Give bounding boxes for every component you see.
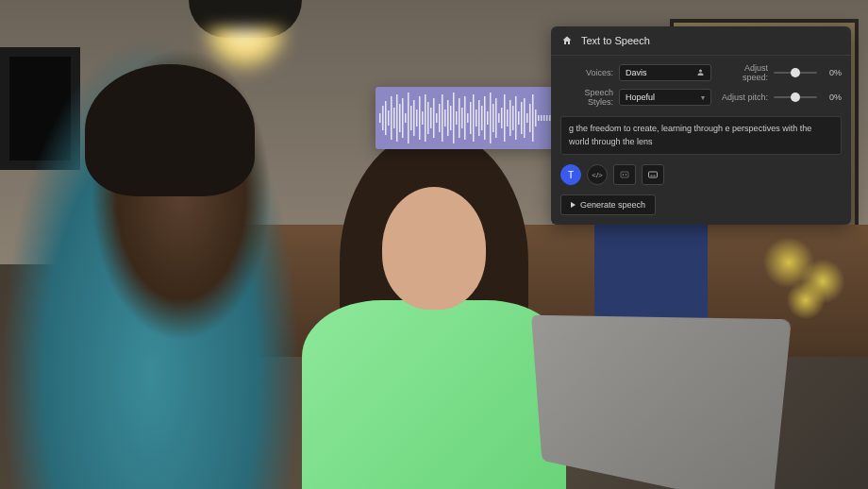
svg-rect-37	[484, 96, 486, 140]
text-mode-button[interactable]: T	[560, 164, 581, 185]
speech-styles-select[interactable]: Hopeful ▾	[619, 89, 711, 106]
text-icon: T	[568, 170, 574, 180]
subtitle-icon	[647, 169, 659, 180]
svg-rect-33	[473, 94, 475, 142]
svg-rect-46	[509, 100, 511, 136]
svg-rect-38	[487, 111, 489, 125]
subtitle-button[interactable]	[642, 164, 664, 185]
svg-rect-54	[532, 94, 534, 142]
svg-rect-53	[529, 104, 531, 132]
svg-rect-29	[461, 108, 463, 128]
svg-rect-36	[481, 106, 483, 130]
svg-rect-5	[393, 108, 395, 128]
adjust-pitch-label: Adjust pitch:	[721, 93, 768, 102]
adjust-speed-slider[interactable]	[774, 72, 817, 74]
chevron-down-icon: ▾	[701, 93, 705, 102]
voiceover-button[interactable]	[613, 164, 636, 185]
slider-thumb[interactable]	[791, 93, 800, 102]
svg-rect-3	[388, 110, 390, 126]
speech-styles-selected: Hopeful	[626, 93, 655, 102]
adjust-pitch-slider[interactable]	[774, 96, 817, 98]
voices-selected: Davis	[626, 68, 647, 77]
svg-rect-49	[518, 111, 520, 125]
svg-point-112	[626, 174, 627, 176]
svg-rect-27	[456, 111, 458, 125]
svg-rect-6	[396, 94, 398, 142]
panel-header: Text to Speech	[551, 26, 851, 56]
svg-rect-20	[436, 113, 438, 123]
svg-rect-11	[410, 106, 412, 130]
adjust-pitch-value: 0%	[823, 93, 842, 102]
svg-rect-35	[478, 100, 480, 136]
svg-rect-58	[543, 115, 545, 121]
voiceover-icon	[619, 169, 630, 180]
svg-point-111	[623, 174, 625, 176]
svg-rect-18	[430, 108, 432, 128]
speech-styles-row: Speech Styles: Hopeful ▾	[560, 88, 711, 107]
svg-rect-4	[391, 96, 392, 140]
adjust-speed-value: 0%	[823, 68, 842, 77]
svg-rect-43	[501, 108, 503, 128]
svg-rect-55	[535, 110, 537, 126]
svg-rect-41	[495, 98, 497, 138]
svg-rect-42	[498, 113, 500, 123]
home-icon[interactable]	[560, 34, 574, 47]
play-icon	[571, 202, 576, 208]
person-icon	[696, 68, 705, 78]
svg-rect-113	[649, 172, 658, 177]
svg-rect-26	[453, 93, 455, 143]
voices-label: Voices:	[560, 68, 613, 77]
svg-rect-40	[492, 104, 494, 132]
svg-rect-16	[425, 94, 426, 142]
adjust-pitch-row: Adjust pitch: 0%	[721, 88, 842, 107]
svg-rect-10	[408, 93, 409, 143]
code-icon: </>	[592, 171, 603, 179]
svg-rect-57	[541, 115, 542, 121]
svg-rect-24	[447, 100, 449, 136]
svg-rect-51	[524, 98, 526, 138]
svg-rect-39	[490, 93, 492, 143]
svg-rect-0	[379, 113, 381, 123]
mode-buttons-row: T </>	[551, 155, 851, 194]
person-left	[0, 36, 302, 489]
svg-rect-25	[450, 106, 452, 130]
speech-styles-label: Speech Styles:	[560, 88, 613, 107]
svg-rect-50	[521, 102, 523, 134]
svg-rect-21	[439, 104, 441, 132]
svg-rect-31	[467, 113, 469, 123]
hair	[85, 64, 255, 196]
svg-rect-15	[422, 111, 424, 125]
flowers	[755, 225, 868, 413]
svg-rect-30	[464, 96, 466, 140]
adjust-speed-label: Adjust speed:	[721, 63, 768, 82]
svg-rect-22	[442, 94, 443, 142]
svg-rect-8	[402, 98, 404, 138]
laptop	[531, 315, 792, 489]
svg-rect-48	[515, 96, 517, 140]
generate-button-label: Generate speech	[580, 200, 645, 210]
svg-rect-7	[399, 104, 401, 132]
shirt	[302, 300, 566, 489]
svg-rect-110	[621, 172, 628, 177]
text-to-speech-panel: Text to Speech Voices: Davis Adjust spee…	[551, 26, 851, 225]
adjust-speed-row: Adjust speed: 0%	[721, 63, 842, 82]
voices-select[interactable]: Davis	[619, 64, 711, 81]
controls-grid: Voices: Davis Adjust speed: 0% Speech St…	[551, 56, 851, 116]
svg-rect-47	[512, 106, 514, 130]
svg-rect-44	[504, 94, 506, 142]
text-input-area[interactable]: g the freedom to create, learning throug…	[560, 116, 842, 155]
svg-rect-9	[405, 113, 407, 123]
svg-rect-52	[526, 113, 528, 123]
voices-row: Voices: Davis	[560, 63, 711, 82]
generate-speech-button[interactable]: Generate speech	[560, 194, 656, 215]
svg-rect-1	[382, 106, 384, 130]
svg-rect-45	[507, 110, 509, 126]
svg-rect-28	[459, 98, 460, 138]
svg-rect-23	[444, 110, 446, 126]
ssml-mode-button[interactable]: </>	[587, 164, 608, 185]
svg-rect-19	[433, 98, 435, 138]
face	[382, 187, 486, 310]
svg-rect-34	[476, 110, 477, 126]
slider-thumb[interactable]	[791, 68, 800, 77]
svg-rect-13	[416, 110, 418, 126]
